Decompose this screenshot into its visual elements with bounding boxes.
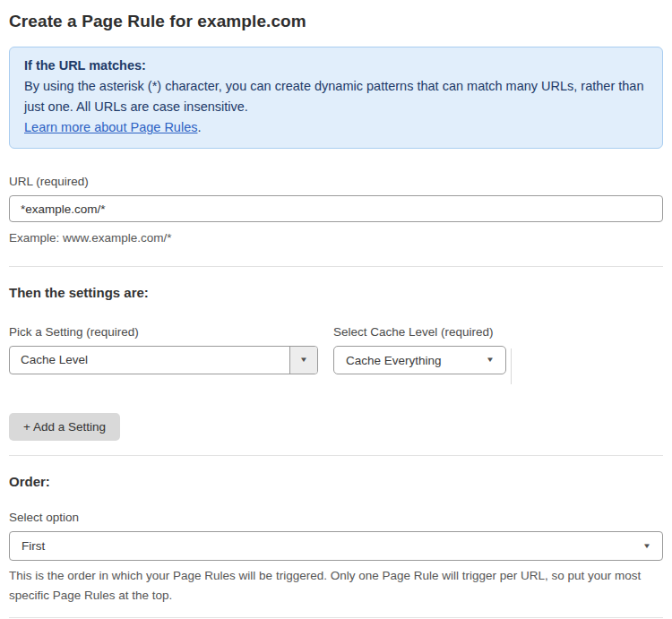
info-body-text: By using the asterisk (*) character, you… — [24, 76, 648, 117]
info-link-line: Learn more about Page Rules. — [24, 117, 648, 138]
dropdown-arrow-segment[interactable]: ▼ — [289, 347, 317, 374]
cache-level-value: Cache Everything — [346, 354, 442, 367]
setting-row: Pick a Setting (required) Cache Level ▼ … — [9, 325, 663, 384]
add-setting-button[interactable]: + Add a Setting — [9, 413, 120, 441]
info-heading: If the URL matches: — [24, 56, 648, 76]
add-setting-wrap: + Add a Setting — [9, 413, 663, 441]
setting-picker-value: Cache Level — [10, 347, 289, 374]
url-example-helper: Example: www.example.com/* — [9, 228, 663, 247]
cache-level-dropdown[interactable]: Cache Everything ▼ — [333, 346, 506, 374]
chevron-down-icon: ▼ — [486, 357, 495, 364]
url-input[interactable] — [9, 195, 663, 222]
url-field-label: URL (required) — [9, 175, 663, 188]
order-select-label: Select option — [9, 511, 663, 524]
order-value: First — [22, 539, 45, 553]
settings-section-heading: Then the settings are: — [9, 285, 663, 300]
learn-more-link[interactable]: Learn more about Page Rules — [24, 120, 197, 134]
setting-picker-column: Pick a Setting (required) Cache Level ▼ — [9, 325, 318, 374]
link-suffix: . — [197, 120, 201, 134]
cache-level-label: Select Cache Level (required) — [333, 325, 506, 339]
divider — [9, 266, 663, 267]
setting-picker-label: Pick a Setting (required) — [9, 325, 318, 339]
page-title: Create a Page Rule for example.com — [9, 12, 663, 31]
page-rule-form: Create a Page Rule for example.com If th… — [0, 0, 672, 619]
chevron-down-icon: ▼ — [299, 357, 308, 364]
chevron-down-icon: ▼ — [642, 543, 651, 550]
order-section-heading: Order: — [9, 474, 663, 489]
order-helper-text: This is the order in which your Page Rul… — [9, 566, 654, 606]
url-match-info-callout: If the URL matches: By using the asteris… — [9, 47, 663, 149]
divider — [9, 455, 663, 456]
setting-row-divider — [511, 348, 512, 384]
setting-picker-dropdown[interactable]: Cache Level ▼ — [9, 346, 318, 374]
cache-level-column: Select Cache Level (required) Cache Ever… — [333, 325, 506, 374]
divider — [9, 617, 663, 618]
order-dropdown[interactable]: First ▼ — [9, 531, 663, 561]
